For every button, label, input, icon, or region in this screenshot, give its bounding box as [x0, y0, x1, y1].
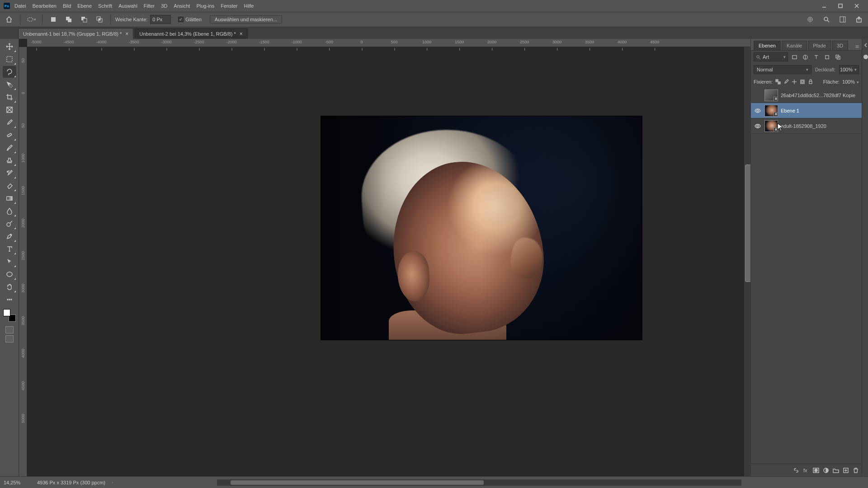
filter-shape-icon[interactable]	[822, 52, 831, 61]
selection-new-icon[interactable]	[47, 14, 60, 25]
opacity-input[interactable]: 100%▾	[839, 65, 859, 74]
layer-row[interactable]: adult-1852908_1920	[751, 118, 862, 134]
canvas-area[interactable]: -5000-4500-4000-3500-3000-2500-2000-1500…	[19, 39, 750, 476]
filter-pixel-icon[interactable]	[790, 52, 799, 61]
lasso-tool[interactable]	[3, 66, 16, 78]
window-maximize-button[interactable]	[833, 1, 848, 10]
layer-name[interactable]: adult-1852908_1920	[781, 123, 826, 129]
menu-file[interactable]: Datei	[14, 3, 26, 9]
fill-input[interactable]: 100%▾	[842, 79, 859, 84]
layer-row[interactable]: 26ab471dd8dc52...7828df7 Kopie	[751, 88, 862, 103]
layer-fx-icon[interactable]: fx	[803, 467, 809, 474]
menu-layer[interactable]: Ebene	[77, 3, 92, 9]
new-layer-icon[interactable]	[843, 467, 849, 474]
stamp-tool[interactable]	[3, 155, 16, 166]
layer-name[interactable]: Ebene 1	[781, 108, 799, 113]
tool-preset-icon[interactable]: ▾	[25, 14, 38, 25]
dodge-tool[interactable]	[3, 218, 16, 230]
layer-thumbnail[interactable]	[764, 105, 778, 117]
menu-help[interactable]: Hilfe	[244, 3, 254, 9]
lock-paint-icon[interactable]	[783, 79, 789, 84]
gradient-tool[interactable]	[3, 192, 16, 204]
selection-intersect-icon[interactable]	[93, 14, 106, 25]
close-tab-icon[interactable]: ×	[125, 31, 128, 37]
feather-input[interactable]: 0 Px	[150, 15, 171, 24]
layer-mask-icon[interactable]	[813, 467, 819, 474]
screenmode-toggle[interactable]	[5, 335, 14, 343]
menu-image[interactable]: Bild	[63, 3, 71, 9]
window-minimize-button[interactable]	[816, 1, 832, 10]
crop-tool[interactable]	[3, 91, 16, 103]
menu-plugins[interactable]: Plug-ins	[196, 3, 214, 9]
menu-view[interactable]: Ansicht	[174, 3, 190, 9]
layer-row[interactable]: Ebene 1	[751, 103, 862, 118]
document-tab[interactable]: Unbenannt-1 bei 18,7% (Gruppe 1, RGB/8) …	[18, 28, 133, 39]
filter-smart-icon[interactable]	[833, 52, 842, 61]
panel-tab-layers[interactable]: Ebenen	[754, 41, 781, 50]
panel-tab-paths[interactable]: Pfade	[808, 41, 831, 50]
panel-tab-3d[interactable]: 3D	[832, 41, 848, 50]
shape-tool[interactable]	[3, 268, 16, 280]
lock-transparent-icon[interactable]	[775, 79, 781, 84]
eraser-tool[interactable]	[3, 180, 16, 192]
type-tool[interactable]	[3, 243, 16, 255]
horizontal-scrollbar[interactable]	[217, 479, 741, 486]
marquee-tool[interactable]	[3, 53, 16, 65]
link-layers-icon[interactable]	[793, 467, 799, 474]
layer-thumbnail[interactable]	[764, 120, 778, 132]
layer-thumbnail[interactable]	[764, 89, 778, 101]
menu-filter[interactable]: Filter	[144, 3, 155, 9]
more-tools[interactable]	[3, 294, 16, 305]
history-brush-tool[interactable]	[3, 167, 16, 179]
eyedropper-tool[interactable]	[3, 117, 16, 128]
antialias-checkbox[interactable]: ✓ Glätten	[178, 17, 201, 22]
filter-type-icon[interactable]	[811, 52, 821, 61]
delete-layer-icon[interactable]	[853, 467, 859, 474]
path-select-tool[interactable]	[3, 256, 16, 267]
layer-visibility-toggle[interactable]	[754, 123, 762, 129]
selection-add-icon[interactable]	[62, 14, 75, 25]
frame-tool[interactable]	[3, 104, 16, 116]
blend-mode-select[interactable]: Normal▾	[754, 65, 811, 74]
close-tab-icon[interactable]: ×	[240, 31, 243, 37]
zoom-level[interactable]: 14,25%	[4, 480, 31, 485]
lock-position-icon[interactable]	[792, 79, 797, 84]
menu-type[interactable]: Schrift	[98, 3, 112, 9]
search-icon[interactable]	[820, 14, 833, 25]
foreground-color[interactable]	[3, 309, 10, 316]
quickmask-toggle[interactable]	[5, 326, 14, 333]
cloud-docs-icon[interactable]	[804, 14, 816, 25]
panel-menu-icon[interactable]: ≡	[855, 43, 859, 50]
filter-adjust-icon[interactable]	[801, 52, 810, 61]
layer-name[interactable]: 26ab471dd8dc52...7828df7 Kopie	[781, 93, 855, 98]
select-and-mask-button[interactable]: Auswählen und maskieren...	[210, 15, 282, 23]
home-button[interactable]	[3, 14, 15, 25]
pen-tool[interactable]	[3, 230, 16, 242]
new-group-icon[interactable]	[833, 467, 839, 474]
document-tab[interactable]: Unbenannt-2 bei 14,3% (Ebene 1, RGB/8) *…	[134, 28, 247, 39]
menu-select[interactable]: Auswahl	[118, 3, 137, 9]
chevron-right-icon[interactable]: ›	[112, 480, 113, 485]
adjustment-layer-icon[interactable]	[823, 467, 829, 474]
layer-visibility-toggle[interactable]	[754, 108, 762, 114]
move-tool[interactable]	[3, 41, 16, 52]
color-swatches[interactable]	[3, 309, 16, 322]
heal-tool[interactable]	[3, 129, 16, 141]
expand-dock-icon[interactable]	[862, 42, 868, 49]
blur-tool[interactable]	[3, 205, 16, 217]
vertical-scrollbar[interactable]	[744, 47, 750, 476]
layer-search-input[interactable]: Art ▾	[754, 52, 788, 61]
quick-select-tool[interactable]	[3, 79, 16, 90]
selection-subtract-icon[interactable]	[78, 14, 90, 25]
brush-tool[interactable]	[3, 142, 16, 154]
workspace-icon[interactable]	[836, 14, 849, 25]
share-icon[interactable]	[853, 14, 865, 25]
hand-tool[interactable]	[3, 281, 16, 293]
lock-all-icon[interactable]	[808, 79, 813, 84]
properties-panel-icon[interactable]	[862, 53, 868, 61]
lock-nest-icon[interactable]	[800, 79, 805, 84]
menu-window[interactable]: Fenster	[221, 3, 237, 9]
menu-3d[interactable]: 3D	[161, 3, 167, 9]
window-close-button[interactable]	[849, 1, 864, 10]
menu-edit[interactable]: Bearbeiten	[33, 3, 57, 9]
